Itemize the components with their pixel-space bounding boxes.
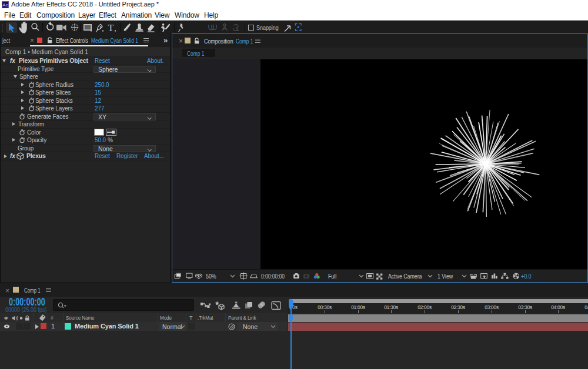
svg-text:T: T xyxy=(108,23,114,33)
